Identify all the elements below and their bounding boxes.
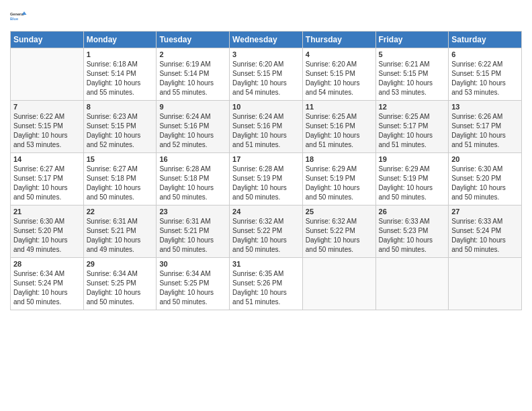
sunrise: Sunrise: 6:25 AM — [379, 113, 430, 120]
calendar-cell — [449, 258, 522, 310]
sunset: Sunset: 5:19 PM — [379, 175, 429, 182]
day-number: 26 — [379, 208, 446, 216]
day-info: Sunrise: 6:20 AM Sunset: 5:15 PM Dayligh… — [306, 60, 373, 97]
day-number: 15 — [87, 155, 154, 163]
sunrise: Sunrise: 6:29 AM — [306, 165, 357, 173]
day-number: 8 — [87, 103, 154, 111]
day-info: Sunrise: 6:20 AM Sunset: 5:15 PM Dayligh… — [232, 60, 300, 97]
sunset: Sunset: 5:21 PM — [87, 227, 136, 234]
sunrise: Sunrise: 6:30 AM — [13, 218, 64, 225]
daylight: Daylight: 10 hours and 50 minutes. — [232, 184, 287, 201]
sunrise: Sunrise: 6:20 AM — [232, 60, 283, 68]
sunrise: Sunrise: 6:34 AM — [13, 270, 64, 277]
daylight: Daylight: 10 hours and 49 minutes. — [13, 236, 68, 253]
calendar-cell: 3 Sunrise: 6:20 AM Sunset: 5:15 PM Dayli… — [230, 48, 303, 101]
weekday-header: Saturday — [449, 32, 522, 48]
day-number: 29 — [87, 260, 154, 268]
daylight: Daylight: 10 hours and 50 minutes. — [306, 236, 360, 253]
sunset: Sunset: 5:24 PM — [13, 279, 63, 287]
sunrise: Sunrise: 6:31 AM — [87, 218, 138, 225]
weekday-header: Friday — [375, 32, 449, 48]
day-info: Sunrise: 6:33 AM Sunset: 5:24 PM Dayligh… — [451, 217, 519, 255]
sunset: Sunset: 5:18 PM — [159, 175, 209, 182]
calendar-cell: 21 Sunrise: 6:30 AM Sunset: 5:20 PM Dayl… — [11, 205, 84, 258]
daylight: Daylight: 10 hours and 50 minutes. — [451, 236, 506, 253]
calendar-cell: 2 Sunrise: 6:19 AM Sunset: 5:14 PM Dayli… — [157, 48, 230, 101]
day-number: 13 — [451, 103, 519, 111]
day-number: 21 — [13, 208, 81, 216]
daylight: Daylight: 10 hours and 53 minutes. — [451, 79, 506, 96]
day-number: 10 — [232, 103, 300, 111]
day-number: 9 — [159, 103, 226, 111]
day-number: 16 — [159, 155, 226, 163]
day-info: Sunrise: 6:33 AM Sunset: 5:23 PM Dayligh… — [379, 217, 446, 255]
sunset: Sunset: 5:25 PM — [159, 279, 209, 287]
sunset: Sunset: 5:15 PM — [13, 122, 63, 130]
daylight: Daylight: 10 hours and 50 minutes. — [451, 184, 506, 201]
day-number: 18 — [306, 155, 373, 163]
sunset: Sunset: 5:17 PM — [379, 122, 429, 130]
logo-icon: GeneralBlue — [10, 7, 29, 26]
calendar-cell: 13 Sunrise: 6:26 AM Sunset: 5:17 PM Dayl… — [449, 101, 522, 153]
day-info: Sunrise: 6:26 AM Sunset: 5:17 PM Dayligh… — [451, 112, 519, 150]
calendar-cell: 14 Sunrise: 6:27 AM Sunset: 5:17 PM Dayl… — [11, 153, 84, 205]
sunrise: Sunrise: 6:19 AM — [159, 60, 210, 68]
day-info: Sunrise: 6:25 AM Sunset: 5:17 PM Dayligh… — [379, 112, 446, 150]
day-number: 5 — [379, 50, 446, 58]
sunrise: Sunrise: 6:28 AM — [159, 165, 210, 173]
day-info: Sunrise: 6:31 AM Sunset: 5:21 PM Dayligh… — [159, 217, 226, 255]
header: GeneralBlue — [10, 7, 522, 26]
calendar-cell — [302, 258, 375, 310]
calendar-cell: 7 Sunrise: 6:22 AM Sunset: 5:15 PM Dayli… — [11, 101, 84, 153]
day-number: 30 — [159, 260, 226, 268]
calendar-cell: 10 Sunrise: 6:24 AM Sunset: 5:16 PM Dayl… — [230, 101, 303, 153]
day-number: 14 — [13, 155, 81, 163]
calendar-row: 14 Sunrise: 6:27 AM Sunset: 5:17 PM Dayl… — [11, 153, 522, 205]
sunrise: Sunrise: 6:21 AM — [379, 60, 430, 68]
day-info: Sunrise: 6:27 AM Sunset: 5:18 PM Dayligh… — [87, 165, 154, 202]
day-number: 1 — [87, 50, 154, 58]
sunset: Sunset: 5:17 PM — [451, 122, 501, 130]
calendar-row: 28 Sunrise: 6:34 AM Sunset: 5:24 PM Dayl… — [11, 258, 522, 310]
calendar-cell: 16 Sunrise: 6:28 AM Sunset: 5:18 PM Dayl… — [157, 153, 230, 205]
sunset: Sunset: 5:22 PM — [306, 227, 355, 234]
calendar-cell: 9 Sunrise: 6:24 AM Sunset: 5:16 PM Dayli… — [157, 101, 230, 153]
sunrise: Sunrise: 6:31 AM — [159, 218, 210, 225]
day-info: Sunrise: 6:30 AM Sunset: 5:20 PM Dayligh… — [451, 165, 519, 202]
day-info: Sunrise: 6:25 AM Sunset: 5:16 PM Dayligh… — [306, 112, 373, 150]
sunset: Sunset: 5:15 PM — [87, 122, 136, 130]
day-info: Sunrise: 6:28 AM Sunset: 5:19 PM Dayligh… — [232, 165, 300, 202]
sunset: Sunset: 5:26 PM — [232, 279, 282, 287]
sunset: Sunset: 5:20 PM — [451, 175, 501, 182]
day-info: Sunrise: 6:30 AM Sunset: 5:20 PM Dayligh… — [13, 217, 81, 255]
sunset: Sunset: 5:15 PM — [451, 70, 501, 77]
daylight: Daylight: 10 hours and 55 minutes. — [159, 79, 214, 96]
day-info: Sunrise: 6:35 AM Sunset: 5:26 PM Dayligh… — [232, 269, 300, 307]
day-number: 17 — [232, 155, 300, 163]
calendar-cell: 17 Sunrise: 6:28 AM Sunset: 5:19 PM Dayl… — [230, 153, 303, 205]
day-number: 23 — [159, 208, 226, 216]
day-info: Sunrise: 6:32 AM Sunset: 5:22 PM Dayligh… — [232, 217, 300, 255]
daylight: Daylight: 10 hours and 51 minutes. — [306, 132, 360, 148]
daylight: Daylight: 10 hours and 50 minutes. — [306, 184, 360, 201]
day-info: Sunrise: 6:34 AM Sunset: 5:25 PM Dayligh… — [87, 269, 154, 307]
calendar-cell: 1 Sunrise: 6:18 AM Sunset: 5:14 PM Dayli… — [83, 48, 157, 101]
sunrise: Sunrise: 6:20 AM — [306, 60, 357, 68]
daylight: Daylight: 10 hours and 52 minutes. — [159, 132, 214, 148]
calendar-cell: 28 Sunrise: 6:34 AM Sunset: 5:24 PM Dayl… — [11, 258, 84, 310]
day-number: 3 — [232, 50, 300, 58]
sunset: Sunset: 5:25 PM — [87, 279, 136, 287]
calendar-row: 21 Sunrise: 6:30 AM Sunset: 5:20 PM Dayl… — [11, 205, 522, 258]
sunset: Sunset: 5:16 PM — [232, 122, 282, 130]
calendar-cell: 29 Sunrise: 6:34 AM Sunset: 5:25 PM Dayl… — [83, 258, 157, 310]
day-info: Sunrise: 6:29 AM Sunset: 5:19 PM Dayligh… — [306, 165, 373, 202]
day-number: 31 — [232, 260, 300, 268]
sunrise: Sunrise: 6:23 AM — [87, 113, 138, 120]
calendar-cell: 26 Sunrise: 6:33 AM Sunset: 5:23 PM Dayl… — [375, 205, 449, 258]
day-number: 22 — [87, 208, 154, 216]
calendar-cell: 27 Sunrise: 6:33 AM Sunset: 5:24 PM Dayl… — [449, 205, 522, 258]
weekday-header: Thursday — [302, 32, 375, 48]
daylight: Daylight: 10 hours and 50 minutes. — [159, 289, 214, 306]
weekday-header: Sunday — [11, 32, 84, 48]
header-row: SundayMondayTuesdayWednesdayThursdayFrid… — [11, 32, 522, 48]
